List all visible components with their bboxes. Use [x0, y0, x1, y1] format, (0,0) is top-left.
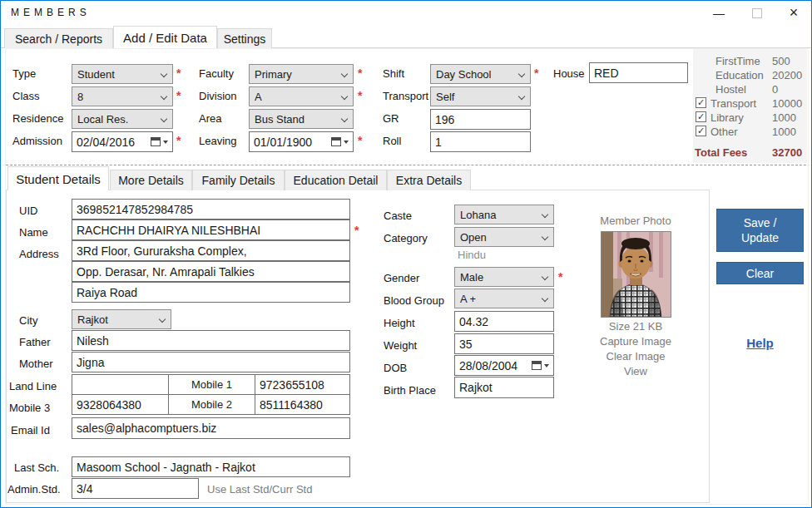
- address-line1-input[interactable]: 3Rd Floor, Gururaksha Complex,: [72, 240, 350, 261]
- faculty-combo[interactable]: Primary: [249, 64, 354, 84]
- clear-button[interactable]: Clear: [716, 262, 804, 284]
- tab-extra-details[interactable]: Extra Details: [387, 170, 471, 190]
- chevron-down-icon: [341, 116, 349, 123]
- fee-row-other: ✓Other1000: [693, 125, 807, 139]
- address-line2-input[interactable]: Opp. Derasar, Nr. Amrapali Talkies: [72, 261, 350, 282]
- fee-value: 10000: [772, 97, 802, 110]
- fee-value: 500: [772, 55, 790, 67]
- shift-required-star: *: [534, 67, 538, 80]
- chevron-down-icon: [161, 93, 168, 101]
- email-input[interactable]: sales@alphacomptuers.biz: [72, 417, 350, 439]
- land-line-input[interactable]: [72, 374, 169, 395]
- total-fees-label: Total Fees: [695, 146, 747, 159]
- clear-image-link[interactable]: Clear Image: [583, 349, 688, 364]
- transport-label: Transport: [383, 90, 428, 102]
- blood-group-combo[interactable]: A +: [454, 289, 554, 308]
- mobile1-input[interactable]: 9723655108: [255, 374, 350, 395]
- shift-combo[interactable]: Day School: [430, 64, 531, 84]
- tab-add-edit-data[interactable]: Add / Edit Data: [113, 26, 217, 48]
- transport-fee-checkbox[interactable]: ✓: [696, 97, 706, 108]
- last-school-input[interactable]: Masoom School - Jagnath - Rajkot: [72, 456, 350, 477]
- roll-input[interactable]: 1: [430, 131, 531, 152]
- calendar-icon: [331, 137, 341, 146]
- height-input[interactable]: 04.32: [454, 311, 554, 332]
- other-fee-checkbox[interactable]: ✓: [696, 126, 706, 136]
- tab-student-details[interactable]: Student Details: [7, 166, 109, 190]
- dob-label: DOB: [384, 362, 407, 374]
- type-combo[interactable]: Student: [72, 64, 173, 84]
- admission-date-picker[interactable]: 02/04/2016: [72, 131, 173, 152]
- address-line3-input[interactable]: Raiya Road: [72, 282, 350, 303]
- fee-row-education: Education20200: [693, 68, 807, 82]
- clear-label: Clear: [746, 266, 774, 281]
- category-combo[interactable]: Open: [454, 227, 554, 247]
- tab-family-details[interactable]: Family Details: [192, 170, 285, 190]
- dob-date-picker[interactable]: 28/08/2004: [454, 355, 554, 376]
- chevron-down-icon: [161, 71, 168, 78]
- section-divider: [6, 165, 806, 165]
- admin-std-label: Admin.Std.: [7, 483, 61, 496]
- residence-label: Residence: [12, 112, 63, 125]
- transport-value: Self: [436, 91, 518, 103]
- transport-combo[interactable]: Self: [430, 86, 531, 106]
- city-combo[interactable]: Rajkot: [72, 309, 171, 329]
- mobile1-value: 9723655108: [260, 378, 324, 392]
- gr-input[interactable]: 196: [430, 109, 531, 130]
- tab-settings[interactable]: Settings: [217, 28, 272, 48]
- caste-combo[interactable]: Lohana: [454, 205, 554, 224]
- father-input[interactable]: Nilesh: [72, 330, 350, 351]
- birth-place-input[interactable]: Rajkot: [454, 377, 554, 398]
- dob-value: 28/08/2004: [459, 359, 517, 372]
- residence-combo[interactable]: Local Res.: [72, 109, 173, 129]
- view-image-link[interactable]: View: [583, 364, 688, 379]
- class-required-star: *: [176, 89, 181, 102]
- save-update-label: Save / Update: [725, 215, 795, 245]
- name-input[interactable]: RACHCHH DHAIRYA NILESHBHAI: [72, 219, 350, 240]
- close-icon: ×: [790, 4, 799, 22]
- fee-value: 20200: [772, 69, 802, 81]
- minimize-icon: —: [713, 7, 725, 20]
- class-combo[interactable]: 8: [72, 86, 173, 106]
- chevron-down-icon: [341, 71, 349, 78]
- gender-required-star: *: [558, 270, 562, 284]
- minimize-button[interactable]: —: [705, 1, 733, 25]
- chevron-down-icon: [518, 71, 526, 78]
- library-fee-checkbox[interactable]: ✓: [696, 111, 706, 122]
- help-link[interactable]: Help: [716, 336, 804, 350]
- photo-size-label: Size 21 KB: [583, 319, 688, 334]
- land-line-label: Land Line: [9, 380, 57, 392]
- height-label: Height: [384, 317, 415, 329]
- chevron-down-icon: [159, 316, 166, 323]
- capture-image-link[interactable]: Capture Image: [583, 334, 688, 349]
- chevron-down-icon: [542, 274, 549, 281]
- gr-value: 196: [435, 113, 454, 126]
- area-combo[interactable]: Bus Stand: [249, 109, 354, 129]
- last-school-value: Masoom School - Jagnath - Rajkot: [77, 461, 255, 474]
- email-label: Email Id: [11, 424, 50, 436]
- religion-note: Hindu: [458, 249, 486, 261]
- uid-input[interactable]: 369852147852984785: [72, 199, 350, 219]
- address-line2-value: Opp. Derasar, Nr. Amrapali Talkies: [77, 265, 255, 279]
- fee-label: Other: [710, 126, 738, 138]
- caste-value: Lohana: [460, 209, 542, 221]
- close-button[interactable]: ×: [780, 1, 808, 25]
- chevron-down-icon: [542, 234, 549, 241]
- leaving-date-picker[interactable]: 01/01/1900: [249, 131, 354, 152]
- tab-label: Education Detail: [294, 174, 379, 187]
- mother-input[interactable]: Jigna: [72, 352, 350, 372]
- house-input[interactable]: RED: [589, 62, 688, 83]
- chevron-down-icon: [161, 116, 168, 123]
- gender-combo[interactable]: Male: [454, 267, 554, 287]
- division-label: Division: [199, 90, 237, 102]
- tab-search-reports[interactable]: Search / Reports: [4, 28, 113, 48]
- tab-more-details[interactable]: More Details: [110, 170, 192, 190]
- leaving-value: 01/01/1900: [254, 136, 312, 149]
- save-update-button[interactable]: Save / Update: [716, 209, 804, 252]
- mobile2-input[interactable]: 8511164380: [255, 394, 350, 415]
- type-required-star: *: [176, 67, 181, 80]
- admin-std-input[interactable]: 3/4: [72, 478, 199, 499]
- tab-education-detail[interactable]: Education Detail: [285, 170, 387, 190]
- mobile3-input[interactable]: 9328064380: [72, 394, 169, 415]
- division-combo[interactable]: A: [249, 86, 354, 106]
- weight-input[interactable]: 35: [454, 333, 554, 354]
